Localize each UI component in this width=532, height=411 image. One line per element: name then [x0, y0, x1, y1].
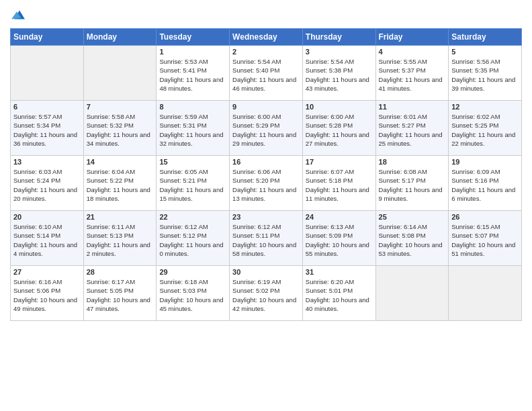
calendar-table: SundayMondayTuesdayWednesdayThursdayFrid… — [10, 28, 522, 321]
day-number: 8 — [159, 103, 226, 111]
day-info: Sunrise: 6:15 AM Sunset: 5:07 PM Dayligh… — [451, 222, 519, 258]
day-info: Sunrise: 6:01 AM Sunset: 5:27 PM Dayligh… — [379, 112, 446, 148]
calendar-week-row: 1Sunrise: 5:53 AM Sunset: 5:41 PM Daylig… — [11, 46, 522, 101]
day-number: 30 — [232, 268, 300, 276]
day-number: 14 — [87, 158, 154, 166]
day-number: 4 — [379, 48, 446, 56]
day-info: Sunrise: 6:00 AM Sunset: 5:29 PM Dayligh… — [232, 112, 300, 148]
day-number: 18 — [379, 158, 446, 166]
day-info: Sunrise: 5:57 AM Sunset: 5:34 PM Dayligh… — [13, 112, 81, 148]
day-number: 16 — [232, 158, 300, 166]
day-number: 28 — [87, 268, 154, 276]
calendar-day-cell — [11, 46, 84, 101]
calendar-day-cell: 23Sunrise: 6:12 AM Sunset: 5:11 PM Dayli… — [230, 211, 303, 266]
calendar-week-row: 13Sunrise: 6:03 AM Sunset: 5:24 PM Dayli… — [11, 156, 522, 211]
day-info: Sunrise: 6:13 AM Sunset: 5:09 PM Dayligh… — [306, 222, 373, 258]
day-info: Sunrise: 6:02 AM Sunset: 5:25 PM Dayligh… — [451, 112, 519, 148]
day-info: Sunrise: 6:12 AM Sunset: 5:11 PM Dayligh… — [232, 222, 300, 258]
day-number: 6 — [13, 103, 81, 111]
day-number: 22 — [159, 213, 226, 221]
day-number: 29 — [159, 268, 226, 276]
calendar-week-row: 20Sunrise: 6:10 AM Sunset: 5:14 PM Dayli… — [11, 211, 522, 266]
day-number: 23 — [232, 213, 300, 221]
calendar-day-cell — [83, 46, 157, 101]
day-info: Sunrise: 6:08 AM Sunset: 5:17 PM Dayligh… — [379, 167, 446, 203]
calendar-day-cell — [375, 266, 449, 321]
day-info: Sunrise: 5:55 AM Sunset: 5:37 PM Dayligh… — [379, 57, 446, 93]
day-info: Sunrise: 6:18 AM Sunset: 5:03 PM Dayligh… — [159, 277, 226, 313]
page-container: SundayMondayTuesdayWednesdayThursdayFrid… — [0, 0, 532, 411]
day-number: 7 — [87, 103, 154, 111]
calendar-day-cell: 17Sunrise: 6:07 AM Sunset: 5:18 PM Dayli… — [302, 156, 375, 211]
calendar-day-cell: 4Sunrise: 5:55 AM Sunset: 5:37 PM Daylig… — [375, 46, 449, 101]
day-info: Sunrise: 6:05 AM Sunset: 5:21 PM Dayligh… — [159, 167, 226, 203]
calendar-day-cell: 2Sunrise: 5:54 AM Sunset: 5:40 PM Daylig… — [230, 46, 303, 101]
day-number: 1 — [159, 48, 226, 56]
weekday-header-tuesday: Tuesday — [157, 29, 230, 46]
calendar-week-row: 27Sunrise: 6:16 AM Sunset: 5:06 PM Dayli… — [11, 266, 522, 321]
day-info: Sunrise: 6:20 AM Sunset: 5:01 PM Dayligh… — [306, 277, 373, 313]
calendar-day-cell: 11Sunrise: 6:01 AM Sunset: 5:27 PM Dayli… — [375, 101, 449, 156]
calendar-header-row: SundayMondayTuesdayWednesdayThursdayFrid… — [11, 29, 522, 46]
day-info: Sunrise: 6:00 AM Sunset: 5:28 PM Dayligh… — [306, 112, 373, 148]
day-info: Sunrise: 6:16 AM Sunset: 5:06 PM Dayligh… — [13, 277, 81, 313]
day-info: Sunrise: 6:09 AM Sunset: 5:16 PM Dayligh… — [451, 167, 519, 203]
day-number: 31 — [306, 268, 373, 276]
calendar-day-cell: 14Sunrise: 6:04 AM Sunset: 5:22 PM Dayli… — [83, 156, 157, 211]
calendar-day-cell: 30Sunrise: 6:19 AM Sunset: 5:02 PM Dayli… — [230, 266, 303, 321]
day-number: 20 — [13, 213, 81, 221]
weekday-header-saturday: Saturday — [449, 29, 522, 46]
day-number: 5 — [451, 48, 519, 56]
day-info: Sunrise: 6:11 AM Sunset: 5:13 PM Dayligh… — [87, 222, 154, 258]
calendar-day-cell: 9Sunrise: 6:00 AM Sunset: 5:29 PM Daylig… — [230, 101, 303, 156]
day-number: 15 — [159, 158, 226, 166]
calendar-day-cell: 28Sunrise: 6:17 AM Sunset: 5:05 PM Dayli… — [83, 266, 157, 321]
calendar-day-cell: 29Sunrise: 6:18 AM Sunset: 5:03 PM Dayli… — [157, 266, 230, 321]
calendar-day-cell: 18Sunrise: 6:08 AM Sunset: 5:17 PM Dayli… — [375, 156, 449, 211]
calendar-day-cell: 27Sunrise: 6:16 AM Sunset: 5:06 PM Dayli… — [11, 266, 84, 321]
day-info: Sunrise: 5:53 AM Sunset: 5:41 PM Dayligh… — [159, 57, 226, 93]
calendar-day-cell — [449, 266, 522, 321]
calendar-day-cell: 31Sunrise: 6:20 AM Sunset: 5:01 PM Dayli… — [302, 266, 375, 321]
day-info: Sunrise: 6:19 AM Sunset: 5:02 PM Dayligh… — [232, 277, 300, 313]
day-info: Sunrise: 5:56 AM Sunset: 5:35 PM Dayligh… — [451, 57, 519, 93]
calendar-day-cell: 25Sunrise: 6:14 AM Sunset: 5:08 PM Dayli… — [375, 211, 449, 266]
header — [10, 7, 522, 23]
day-number: 2 — [232, 48, 300, 56]
day-info: Sunrise: 6:04 AM Sunset: 5:22 PM Dayligh… — [87, 167, 154, 203]
day-info: Sunrise: 5:58 AM Sunset: 5:32 PM Dayligh… — [87, 112, 154, 148]
weekday-header-thursday: Thursday — [302, 29, 375, 46]
calendar-day-cell: 5Sunrise: 5:56 AM Sunset: 5:35 PM Daylig… — [449, 46, 522, 101]
day-info: Sunrise: 5:59 AM Sunset: 5:31 PM Dayligh… — [159, 112, 226, 148]
day-number: 12 — [451, 103, 519, 111]
weekday-header-friday: Friday — [375, 29, 449, 46]
day-number: 13 — [13, 158, 81, 166]
day-number: 9 — [232, 103, 300, 111]
calendar-day-cell: 12Sunrise: 6:02 AM Sunset: 5:25 PM Dayli… — [449, 101, 522, 156]
day-info: Sunrise: 6:14 AM Sunset: 5:08 PM Dayligh… — [379, 222, 446, 258]
day-info: Sunrise: 5:54 AM Sunset: 5:38 PM Dayligh… — [306, 57, 373, 93]
day-number: 19 — [451, 158, 519, 166]
calendar-day-cell: 24Sunrise: 6:13 AM Sunset: 5:09 PM Dayli… — [302, 211, 375, 266]
day-number: 24 — [306, 213, 373, 221]
day-number: 25 — [379, 213, 446, 221]
calendar-day-cell: 7Sunrise: 5:58 AM Sunset: 5:32 PM Daylig… — [83, 101, 157, 156]
calendar-day-cell: 1Sunrise: 5:53 AM Sunset: 5:41 PM Daylig… — [157, 46, 230, 101]
day-number: 11 — [379, 103, 446, 111]
day-number: 17 — [306, 158, 373, 166]
calendar-day-cell: 16Sunrise: 6:06 AM Sunset: 5:20 PM Dayli… — [230, 156, 303, 211]
day-info: Sunrise: 6:03 AM Sunset: 5:24 PM Dayligh… — [13, 167, 81, 203]
calendar-day-cell: 6Sunrise: 5:57 AM Sunset: 5:34 PM Daylig… — [11, 101, 84, 156]
calendar-day-cell: 26Sunrise: 6:15 AM Sunset: 5:07 PM Dayli… — [449, 211, 522, 266]
day-info: Sunrise: 6:10 AM Sunset: 5:14 PM Dayligh… — [13, 222, 81, 258]
calendar-day-cell: 3Sunrise: 5:54 AM Sunset: 5:38 PM Daylig… — [302, 46, 375, 101]
day-number: 26 — [451, 213, 519, 221]
calendar-day-cell: 10Sunrise: 6:00 AM Sunset: 5:28 PM Dayli… — [302, 101, 375, 156]
day-number: 27 — [13, 268, 81, 276]
day-info: Sunrise: 6:07 AM Sunset: 5:18 PM Dayligh… — [306, 167, 373, 203]
calendar-day-cell: 20Sunrise: 6:10 AM Sunset: 5:14 PM Dayli… — [11, 211, 84, 266]
day-number: 10 — [306, 103, 373, 111]
calendar-day-cell: 8Sunrise: 5:59 AM Sunset: 5:31 PM Daylig… — [157, 101, 230, 156]
logo-icon — [11, 7, 28, 23]
weekday-header-monday: Monday — [83, 29, 157, 46]
